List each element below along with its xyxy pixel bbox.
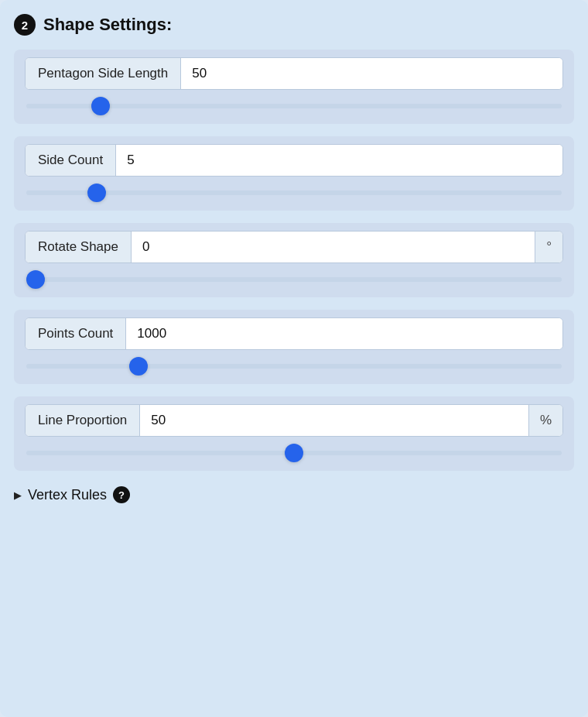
points-count-input[interactable]: [126, 318, 562, 349]
side-count-slider-wrap: [25, 184, 563, 198]
rotate-shape-input[interactable]: [132, 232, 535, 262]
rotate-shape-slider[interactable]: [26, 277, 562, 282]
points-count-label: Points Count: [26, 318, 126, 349]
points-count-slider-wrap: [25, 358, 563, 372]
rotate-shape-slider-wrap: [25, 271, 563, 285]
side-count-slider[interactable]: [26, 190, 562, 195]
help-icon[interactable]: ?: [113, 486, 130, 503]
pentagon-side-length-slider[interactable]: [26, 104, 562, 108]
line-proportion-label: Line Proportion: [26, 405, 140, 436]
line-proportion-slider[interactable]: [26, 451, 562, 455]
pentagon-side-length-slider-wrap: [25, 98, 563, 111]
panel-title-text: Shape Settings:: [43, 15, 172, 35]
pentagon-side-length-label: Pentagon Side Length: [26, 58, 181, 89]
points-count-row: Points Count: [25, 317, 563, 350]
side-count-label: Side Count: [26, 145, 116, 176]
shape-settings-panel: 2 Shape Settings: Pentagon Side Length S…: [0, 0, 588, 717]
line-proportion-unit: %: [528, 405, 562, 436]
step-number: 2: [14, 14, 36, 36]
vertex-rules-row[interactable]: ▶ Vertex Rules ?: [14, 483, 574, 506]
expand-icon: ▶: [14, 489, 22, 501]
rotate-shape-unit: °: [535, 232, 562, 262]
side-count-row: Side Count: [25, 144, 563, 177]
line-proportion-slider-wrap: [25, 444, 563, 458]
line-proportion-row: Line Proportion %: [25, 404, 563, 437]
line-proportion-block: Line Proportion %: [14, 396, 574, 471]
points-count-block: Points Count: [14, 310, 574, 384]
panel-title: 2 Shape Settings:: [14, 14, 574, 36]
rotate-shape-block: Rotate Shape °: [14, 223, 574, 297]
rotate-shape-label: Rotate Shape: [26, 232, 132, 262]
points-count-slider[interactable]: [26, 364, 562, 369]
rotate-shape-row: Rotate Shape °: [25, 231, 563, 263]
pentagon-side-length-row: Pentagon Side Length: [25, 57, 563, 90]
pentagon-side-length-block: Pentagon Side Length: [14, 50, 574, 124]
side-count-input[interactable]: [116, 145, 562, 176]
vertex-rules-label: Vertex Rules: [28, 487, 107, 503]
line-proportion-input[interactable]: [140, 405, 528, 436]
side-count-block: Side Count: [14, 136, 574, 211]
pentagon-side-length-input[interactable]: [181, 58, 562, 89]
